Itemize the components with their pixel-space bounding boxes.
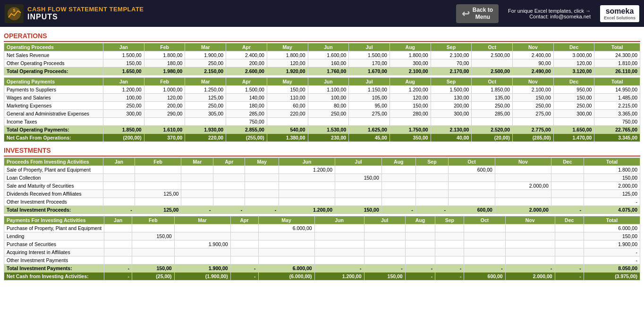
table-row: Net Cash From Operations:(200,00)370,002… xyxy=(4,134,640,142)
table-row: Loan Collection150,00150,00 xyxy=(4,174,640,182)
investment-proceeds-table: Proceeds From Investing Activities JanFe… xyxy=(4,157,640,214)
back-arrow-icon: ↩ xyxy=(462,8,470,19)
col-apr: Apr xyxy=(226,43,267,51)
page-subtitle: INPUTS xyxy=(27,13,144,21)
table-row: Payments to Suppliers1.200,001.000,001.2… xyxy=(4,86,640,94)
col-jan: Jan xyxy=(103,43,144,51)
svg-text:$: $ xyxy=(13,8,15,13)
col-sep: Sep xyxy=(431,43,472,51)
investment-payments-table: Payments For Investing Activities JanFeb… xyxy=(4,216,640,280)
table-row: Total Investment Payments:-150,001.900,0… xyxy=(4,264,640,272)
table-row: Dividends Received from Affiliates125,00… xyxy=(4,190,640,198)
brand-sub: Excel Solutions xyxy=(604,16,636,20)
col-dec: Dec xyxy=(553,43,594,51)
app-title: CASH FLOW STATEMENT TEMPLATE xyxy=(27,6,144,13)
operating-payments-table: Operating Payments JanFebMar AprMayJun J… xyxy=(4,77,640,142)
header-promo: For unique Excel templates, click → Cont… xyxy=(508,8,591,19)
operations-section-title: OPERATIONS xyxy=(4,29,640,42)
table-row: Purchase of Property, Plant and Equipmen… xyxy=(4,224,640,232)
logo-block: $ CASH FLOW STATEMENT TEMPLATE INPUTS xyxy=(5,4,144,23)
back-label-line2: Menu xyxy=(473,14,493,20)
operating-proceeds-table: Operating Proceeds Jan Feb Mar Apr May J… xyxy=(4,43,640,75)
back-to-menu-button[interactable]: ↩ Back to Menu xyxy=(456,4,499,23)
col-aug: Aug xyxy=(390,43,431,51)
table-row: Total Investment Proceeds:-125,00---1.20… xyxy=(4,206,640,214)
op-proceeds-header: Operating Proceeds xyxy=(4,43,103,51)
table-row: Sale of Property, Plant and Equipment1.2… xyxy=(4,166,640,174)
table-row: Other Investment Payments- xyxy=(4,256,640,264)
table-row: Wages and Salaries100,00120,00125,00140,… xyxy=(4,94,640,102)
table-row: Total Operating Payments:1.850,001.610,0… xyxy=(4,126,640,134)
col-jun: Jun xyxy=(308,43,349,51)
logo-icon: $ xyxy=(5,4,24,23)
brand-logo: someka Excel Solutions xyxy=(600,5,639,22)
table-row: Net Sales Revenue1.500,001.800,001.900,0… xyxy=(4,51,640,59)
col-feb: Feb xyxy=(144,43,185,51)
table-row: Income Taxes750,00750,00 xyxy=(4,118,640,126)
table-row: Other Operating Proceeds150,00180,00250,… xyxy=(4,59,640,67)
table-row: Sale and Maturity of Securities2.000,002… xyxy=(4,182,640,190)
op-payments-header: Operating Payments xyxy=(4,78,103,86)
inv-payments-header: Payments For Investing Activities xyxy=(4,216,104,224)
col-oct: Oct xyxy=(472,43,513,51)
col-mar: Mar xyxy=(185,43,226,51)
table-row: General and Administrative Expenses300,0… xyxy=(4,110,640,118)
table-row: Acquiring Interest in Affiliates- xyxy=(4,248,640,256)
col-total: Total xyxy=(594,43,640,51)
inv-proceeds-header: Proceeds From Investing Activities xyxy=(4,158,103,166)
contact-text: Contact: info@someka.net xyxy=(529,14,591,19)
back-label-line1: Back to xyxy=(473,7,493,13)
col-jul: Jul xyxy=(349,43,390,51)
promo-text: For unique Excel templates, click → xyxy=(508,8,591,14)
table-row: Other Investment Proceeds- xyxy=(4,198,640,206)
brand-name: someka xyxy=(606,7,634,16)
main-content: OPERATIONS Operating Proceeds Jan Feb Ma… xyxy=(0,27,644,285)
table-row: Net Cash from Investing Activities:-(25,… xyxy=(4,272,640,280)
table-row: Lending150,00150,00 xyxy=(4,232,640,240)
header: $ CASH FLOW STATEMENT TEMPLATE INPUTS ↩ … xyxy=(0,0,644,27)
table-row: Purchase of Securities1.900,001.900,00 xyxy=(4,240,640,248)
table-row: Total Operating Proceeds:1.650,001.980,0… xyxy=(4,67,640,75)
table-row: Marketing Expenses250,00200,00250,00180,… xyxy=(4,102,640,110)
col-may: May xyxy=(267,43,308,51)
col-nov: Nov xyxy=(513,43,554,51)
investments-section-title: INVESTMENTS xyxy=(4,144,640,157)
